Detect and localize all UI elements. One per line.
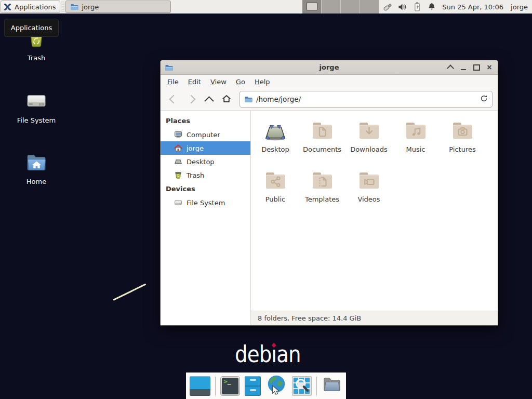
file-item-label: Public	[265, 195, 285, 203]
menu-edit[interactable]: Edit	[183, 76, 206, 88]
file-manager-window: jorge × FileEditViewGoHelp /home/jorge/ …	[160, 60, 498, 326]
menu-go[interactable]: Go	[231, 76, 250, 88]
workspace-window-thumb	[307, 3, 317, 10]
stray-line-artifact	[113, 283, 146, 300]
xfce-logo-icon	[3, 3, 12, 11]
shade-button[interactable]	[446, 63, 455, 72]
trash-mini-icon	[174, 171, 182, 179]
menu-file[interactable]: File	[163, 76, 183, 88]
back-button[interactable]	[166, 91, 181, 107]
debian-wordmark: debıan	[235, 343, 301, 366]
forward-button[interactable]	[183, 91, 199, 107]
close-button[interactable]: ×	[485, 63, 494, 72]
dock-item-file-manager[interactable]	[245, 376, 261, 396]
folder-icon	[322, 387, 342, 397]
desktop-icon-label: File System	[17, 116, 56, 124]
workspace-4[interactable]	[360, 0, 379, 14]
desktop-mini-icon	[174, 157, 182, 166]
desktop-icon-label: Home	[26, 178, 46, 185]
dock-item-web-browser[interactable]	[265, 374, 287, 398]
sidebar-item-computer[interactable]: Computer	[161, 128, 250, 141]
file-item-videos[interactable]: Videos	[345, 168, 392, 218]
desktop-icon-file-system[interactable]: File System	[5, 88, 68, 124]
back-icon	[169, 95, 178, 104]
workspace-pager[interactable]	[302, 0, 379, 14]
dock-item-folder[interactable]	[322, 375, 342, 397]
system-tray	[383, 2, 436, 12]
file-item-label: Music	[406, 145, 425, 153]
drive-mini-icon	[174, 198, 182, 207]
username-label[interactable]: jorge	[511, 3, 528, 11]
file-item-templates[interactable]: Templates	[299, 168, 345, 218]
maximize-button[interactable]	[472, 63, 481, 72]
dock-separator	[215, 377, 216, 395]
menu-view[interactable]: View	[206, 76, 231, 88]
dock-item-terminal[interactable]: >_	[220, 376, 240, 396]
sidebar-item-desktop[interactable]: Desktop	[161, 155, 250, 168]
file-item-label: Downloads	[350, 145, 387, 153]
dock-item-separator	[215, 377, 216, 395]
applications-tooltip: Applications	[4, 19, 59, 37]
dock-item-separator	[316, 377, 317, 395]
sidebar: PlacesComputerjorgeDesktopTrashDevicesFi…	[161, 111, 251, 325]
volume-icon[interactable]	[397, 2, 407, 12]
path-input[interactable]: /home/jorge/	[256, 95, 476, 103]
status-bar: 8 folders, Free space: 14.4 GiB	[251, 311, 498, 325]
taskbar-window-button[interactable]: jorge	[65, 1, 171, 13]
titlebar[interactable]: jorge ×	[161, 60, 498, 75]
file-item-label: Documents	[303, 145, 341, 153]
reload-icon[interactable]	[480, 95, 488, 104]
sidebar-item-trash[interactable]: Trash	[161, 168, 250, 182]
close-icon: ×	[487, 63, 491, 72]
home-button[interactable]	[219, 91, 234, 107]
dock-item-show-desktop[interactable]	[190, 376, 210, 396]
menu-help[interactable]: Help	[250, 76, 275, 88]
path-folder-icon	[244, 95, 252, 103]
minimize-button[interactable]	[459, 63, 468, 72]
sidebar-item-label: jorge	[187, 144, 204, 152]
sidebar-item-file-system[interactable]: File System	[161, 196, 250, 209]
folder-icon	[450, 118, 475, 143]
desktop-icon-label: Trash	[28, 54, 45, 62]
battery-icon[interactable]	[412, 2, 422, 12]
removable-media-icon[interactable]	[383, 2, 393, 12]
sidebar-item-jorge[interactable]: jorge	[161, 141, 250, 155]
folder-icon	[310, 168, 335, 193]
taskbar-window-label: jorge	[82, 3, 99, 11]
dock-separator	[316, 377, 317, 395]
file-grid: DesktopDocumentsDownloadsMusicPicturesPu…	[251, 111, 498, 311]
up-icon	[204, 96, 214, 105]
toolbar: /home/jorge/	[161, 88, 498, 111]
file-item-public[interactable]: Public	[252, 168, 299, 218]
wordmark-post: an	[276, 341, 301, 367]
maximize-icon	[473, 64, 480, 71]
wordmark-pre: deb	[235, 341, 271, 367]
desktop-icon-home[interactable]: Home	[5, 150, 68, 185]
terminal-icon: >_	[220, 376, 240, 396]
file-item-desktop[interactable]: Desktop	[252, 118, 299, 168]
sidebar-header-devices: Devices	[161, 182, 250, 196]
file-cabinet-icon	[245, 376, 261, 396]
notifications-icon[interactable]	[427, 2, 436, 12]
drive-big-icon	[24, 88, 49, 113]
applications-menu-label: Applications	[15, 3, 56, 11]
workspace-3[interactable]	[341, 0, 360, 14]
desktop-icon	[263, 118, 288, 143]
clock[interactable]: Sun 25 Apr, 10:06	[442, 3, 503, 11]
up-button[interactable]	[201, 91, 217, 107]
file-item-documents[interactable]: Documents	[299, 118, 345, 168]
file-item-downloads[interactable]: Downloads	[345, 118, 392, 168]
file-item-pictures[interactable]: Pictures	[439, 118, 486, 168]
folder-icon	[263, 168, 288, 193]
dock-item-application-finder[interactable]	[292, 376, 312, 396]
workspace-1[interactable]	[302, 0, 322, 14]
file-item-music[interactable]: Music	[392, 118, 439, 168]
folder-icon	[70, 3, 78, 11]
file-item-label: Pictures	[449, 145, 475, 153]
shade-icon	[447, 64, 454, 72]
workspace-2[interactable]	[322, 0, 341, 14]
path-bar[interactable]: /home/jorge/	[240, 91, 493, 108]
panel-drag-handle[interactable]	[61, 2, 65, 12]
folder-icon	[403, 118, 428, 143]
applications-menu-button[interactable]: Applications	[1, 1, 60, 13]
